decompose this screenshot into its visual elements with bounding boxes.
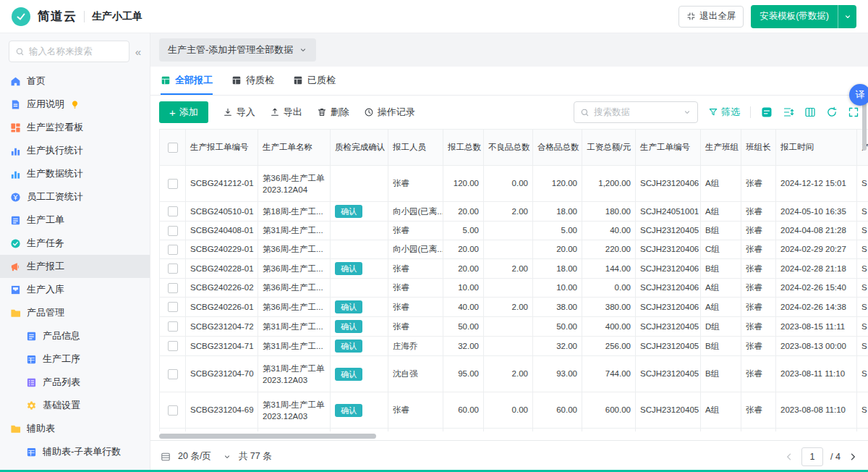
select-all-checkbox[interactable] <box>168 143 178 153</box>
sidebar-collapse-button[interactable]: « <box>135 46 141 58</box>
sidebar-item[interactable]: 员工工资统计 <box>0 185 150 208</box>
row-checkbox[interactable] <box>168 302 178 312</box>
fullscreen-icon[interactable] <box>848 106 859 118</box>
row-checkbox[interactable] <box>168 369 178 379</box>
sidebar-item[interactable]: 首页 <box>0 69 150 93</box>
row-checkbox[interactable] <box>168 264 178 274</box>
column-header[interactable]: 质检完成确认 <box>331 130 388 166</box>
current-page-input[interactable]: 1 <box>801 447 823 466</box>
column-header[interactable]: 生产班组 <box>701 130 741 166</box>
exit-fullscreen-button[interactable]: 退出全屏 <box>678 6 744 28</box>
confirm-badge[interactable]: 确认 <box>335 300 362 313</box>
sidebar-item[interactable]: 生产工序 <box>0 347 150 371</box>
table-row[interactable]: SCBG231204-72第31周-生产工...确认张睿50.0050.0040… <box>160 317 868 337</box>
page-size-selector[interactable]: 20 条/页 <box>178 450 231 463</box>
table-row[interactable]: SCBG240408-01第31周-生产工...张睿5.005.0040.00S… <box>160 222 868 240</box>
row-checkbox[interactable] <box>168 226 178 236</box>
table-cell: 2023-08-08 11:10 <box>776 392 857 429</box>
table-row[interactable]: SCBG240229-01第36周-生产工...向小园(已离...20.0020… <box>160 240 868 259</box>
sidebar-item[interactable]: 生产工单 <box>0 208 150 232</box>
table-row[interactable]: SCBG240228-01第36周-生产工...确认张睿20.002.0018.… <box>160 259 868 279</box>
sidebar-item[interactable]: 基础设置 <box>0 394 150 417</box>
table-search-input[interactable] <box>594 107 678 117</box>
sidebar-search-input[interactable] <box>29 46 123 56</box>
tab[interactable]: 待质检 <box>231 67 274 95</box>
row-checkbox[interactable] <box>168 206 178 216</box>
sidebar-search[interactable] <box>9 41 129 62</box>
confirm-badge[interactable]: 确认 <box>335 205 362 218</box>
row-checkbox[interactable] <box>168 405 178 416</box>
sidebar-item[interactable]: 生产数据统计 <box>0 162 150 185</box>
vertical-scrollbar-thumb[interactable] <box>862 103 867 151</box>
import-button[interactable]: 导入 <box>223 106 255 119</box>
install-template-dropdown-button[interactable] <box>838 5 856 28</box>
chevron-down-icon[interactable] <box>683 108 692 117</box>
column-header[interactable]: 报工总数 <box>443 130 484 166</box>
table-row[interactable]: SCBG231204-69第31周-生产工单2023.12A03确认张睿60.0… <box>160 392 868 429</box>
row-checkbox[interactable] <box>168 341 178 351</box>
permission-selector[interactable]: 生产主管-添加并管理全部数据 <box>159 38 316 62</box>
filter-button[interactable]: 筛选 <box>708 106 740 119</box>
delete-button[interactable]: 删除 <box>317 106 349 119</box>
sidebar-item[interactable]: 辅助表-子表单行数 <box>0 440 150 463</box>
confirm-badge[interactable]: 确认 <box>335 320 362 333</box>
operation-log-button[interactable]: 操作记录 <box>364 106 415 119</box>
horizontal-scrollbar[interactable] <box>150 431 868 440</box>
sidebar-item[interactable]: 生产任务 <box>0 232 150 255</box>
sidebar-item[interactable]: 产品信息 <box>0 324 150 347</box>
column-header[interactable]: 生产工单名称 <box>258 130 331 166</box>
refresh-icon[interactable] <box>826 106 838 118</box>
horizontal-scrollbar-thumb[interactable] <box>159 434 376 439</box>
column-header[interactable]: 生产工单编号 <box>636 130 701 166</box>
sidebar-item[interactable]: 生产入库 <box>0 278 150 301</box>
cell-value: 向小园(已离... <box>393 245 443 253</box>
column-header[interactable]: 报工时间 <box>776 130 857 166</box>
table-row[interactable]: SCBG231204-70第31周-生产工单2023.12A03确认沈自强95.… <box>160 356 868 392</box>
column-header[interactable]: 班组长 <box>741 130 776 166</box>
row-checkbox[interactable] <box>168 245 178 255</box>
permission-bar: 生产主管-添加并管理全部数据 <box>150 33 868 67</box>
column-settings-icon[interactable] <box>804 106 816 118</box>
column-header[interactable]: 生产报工单编号 <box>186 130 258 166</box>
export-button[interactable]: 导出 <box>270 106 302 119</box>
column-header[interactable]: 不良品总数 <box>484 130 533 166</box>
sidebar-item[interactable]: 应用说明 <box>0 93 150 116</box>
sidebar-item[interactable]: 生产报工 <box>0 255 150 278</box>
row-height-icon[interactable] <box>783 106 794 118</box>
tab[interactable]: 全部报工 <box>161 67 213 95</box>
confirm-badge[interactable]: 确认 <box>335 368 362 381</box>
sidebar-item[interactable]: 产品管理 <box>0 301 150 324</box>
tab[interactable]: 已质检 <box>293 67 336 95</box>
table-row[interactable]: SCBG231204-71第31周-生产工...确认庄海乔32.0032.002… <box>160 337 868 356</box>
confirm-badge[interactable]: 确认 <box>335 340 362 353</box>
row-checkbox[interactable] <box>168 321 178 332</box>
app-window: 简道云 生产小工单 退出全屏 安装模板(带数据) <box>0 0 868 472</box>
sidebar-item[interactable]: 辅助表 <box>0 417 150 440</box>
add-button[interactable]: + 添加 <box>159 101 208 123</box>
sidebar-item[interactable]: 生产监控看板 <box>0 116 150 139</box>
sidebar-item[interactable]: 产品列表 <box>0 371 150 394</box>
column-header[interactable]: 工资总额/元 <box>582 130 636 166</box>
prev-page-button[interactable] <box>784 452 794 462</box>
translate-button[interactable]: 译 <box>849 84 868 106</box>
cell-value: C组 <box>705 245 720 253</box>
install-template-button[interactable]: 安装模板(带数据) <box>751 5 838 28</box>
sidebar-item[interactable]: 生产执行统计 <box>0 139 150 162</box>
confirm-badge[interactable]: 确认 <box>335 262 362 275</box>
table-row[interactable]: SCBG240226-02第36周-生产工...张睿10.0010.000.00… <box>160 279 868 298</box>
table-row[interactable]: SCBG241212-01第36周-生产工单2023.12A04张睿120.00… <box>160 166 868 202</box>
next-page-button[interactable] <box>848 452 858 462</box>
cell-value: 60.00 <box>556 405 577 414</box>
display-settings-icon[interactable] <box>761 106 773 118</box>
table-row[interactable]: SCBG240226-01第36周-生产工...确认张睿40.002.0038.… <box>160 298 868 317</box>
table-search[interactable] <box>574 101 698 123</box>
column-header[interactable]: 报工人员 <box>388 130 443 166</box>
confirm-badge[interactable]: 确认 <box>335 404 362 417</box>
table-row[interactable]: SCBG240510-01第18周-生产工...确认向小园(已离...20.00… <box>160 202 868 222</box>
row-checkbox[interactable] <box>168 179 178 189</box>
page-layout-icon[interactable] <box>161 452 171 462</box>
row-checkbox[interactable] <box>168 283 178 293</box>
cell-value: S <box>861 226 867 235</box>
brand[interactable]: 简道云 生产小工单 <box>12 7 142 26</box>
column-header[interactable]: 合格品总数 <box>533 130 582 166</box>
